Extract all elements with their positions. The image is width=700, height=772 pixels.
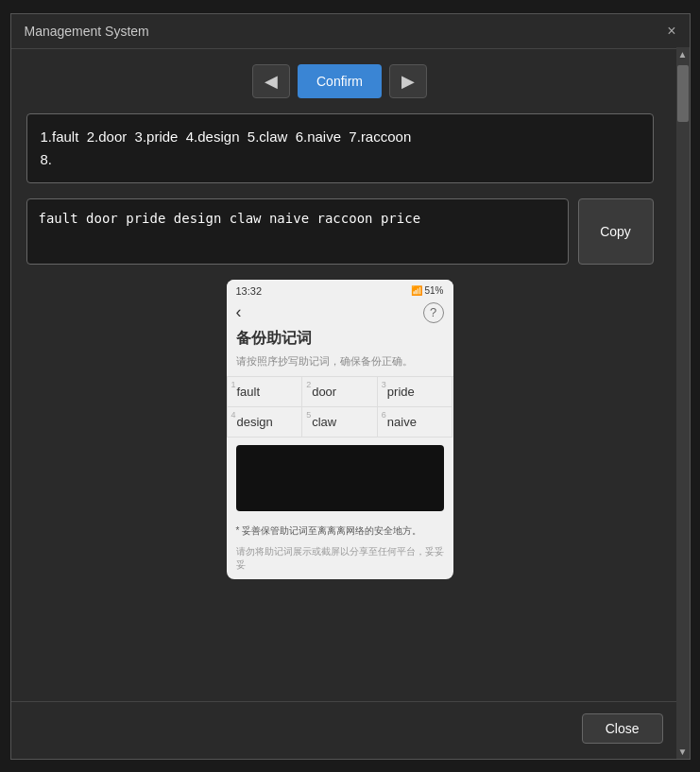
phone-black-area xyxy=(236,445,444,511)
word-cell-1: 1fault xyxy=(228,377,303,407)
management-dialog: Management System × ▲ ▼ ◀ Confirm ▶ 1.fa… xyxy=(10,13,691,760)
word-cell-4: 4design xyxy=(228,407,303,437)
dialog-title: Management System xyxy=(25,24,149,39)
close-x-button[interactable]: × xyxy=(667,24,675,39)
scrollbar-thumb[interactable] xyxy=(677,65,689,122)
word-cell-6: 6naive xyxy=(378,407,453,437)
dialog-footer: Close xyxy=(11,701,690,759)
word-cell-5: 5claw xyxy=(302,407,378,437)
close-button[interactable]: Close xyxy=(582,713,663,744)
back-arrow-icon: ◀ xyxy=(265,71,278,92)
phone-title: 备份助记词 xyxy=(227,329,453,352)
phone-footer-text2: 请勿将助记词展示或截屏以分享至任何平台，妥妥妥 xyxy=(227,543,453,579)
title-bar: Management System × xyxy=(11,14,690,49)
copy-button[interactable]: Copy xyxy=(578,198,654,265)
phone-signal: 📶 51% xyxy=(411,285,444,296)
back-button[interactable]: ◀ xyxy=(252,64,290,98)
forward-button[interactable]: ▶ xyxy=(389,64,427,98)
toolbar: ◀ Confirm ▶ xyxy=(26,64,654,98)
word-cell-2: 2door xyxy=(302,377,378,407)
scrollbar-track: ▲ ▼ xyxy=(676,47,690,759)
confirm-button[interactable]: Confirm xyxy=(298,64,382,98)
phone-back-icon[interactable]: ‹ xyxy=(236,302,242,322)
forward-arrow-icon: ▶ xyxy=(401,71,415,92)
phone-time: 13:32 xyxy=(236,285,263,297)
numbered-mnemonic-text: 1.fault 2.door 3.pride 4.design 5.claw 6… xyxy=(41,129,412,167)
scroll-down-button[interactable]: ▼ xyxy=(676,745,690,759)
phone-word-grid: 1fault 2door 3pride 4design 5claw 6naive xyxy=(227,376,453,437)
phrase-textarea[interactable] xyxy=(26,198,569,265)
phone-mockup: 13:32 📶 51% ‹ ? 备份助记词 请按照序抄写助记词，确保备份正确。 … xyxy=(227,280,453,579)
phrase-row: Copy xyxy=(26,198,654,265)
phone-nav-bar: ‹ ? xyxy=(227,299,453,329)
content-area: ◀ Confirm ▶ 1.fault 2.door 3.pride 4.des… xyxy=(11,49,676,701)
phone-subtitle: 请按照序抄写助记词，确保备份正确。 xyxy=(227,352,453,376)
numbered-mnemonic-box: 1.fault 2.door 3.pride 4.design 5.claw 6… xyxy=(26,113,654,183)
phone-footer-text: * 妥善保管助记词至离离离网络的安全地方。 xyxy=(227,519,453,543)
word-cell-3: 3pride xyxy=(378,377,453,407)
scroll-up-button[interactable]: ▲ xyxy=(676,47,690,61)
phone-help-icon[interactable]: ? xyxy=(423,302,444,323)
phone-status-bar: 13:32 📶 51% xyxy=(227,280,453,299)
